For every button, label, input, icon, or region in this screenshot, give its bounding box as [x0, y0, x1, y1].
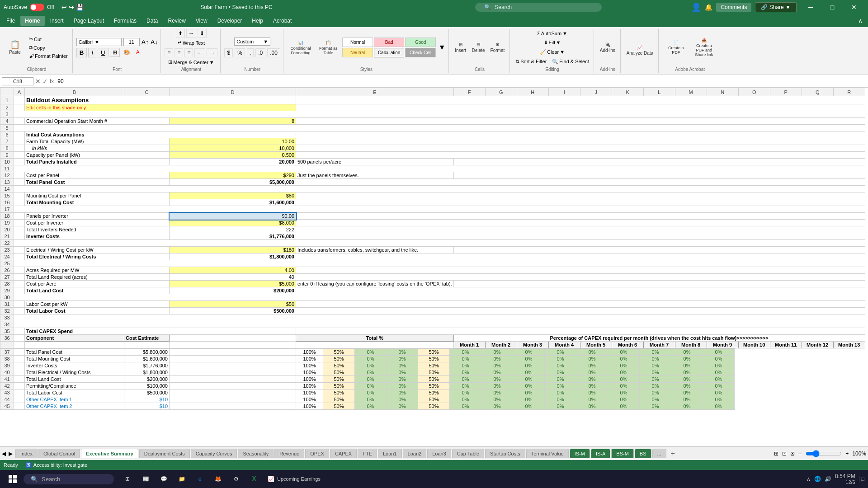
cell-m1-row37[interactable]: 50%: [323, 349, 355, 356]
menu-file[interactable]: File: [2, 16, 19, 26]
cell-m6-row42[interactable]: 0%: [481, 383, 513, 389]
cell-b4[interactable]: Commercial Operation Start Month #: [25, 118, 170, 125]
cell-b6[interactable]: Initial Cost Assumptions: [25, 131, 296, 138]
sheet-tab-index[interactable]: Index: [15, 449, 38, 458]
cell-b28[interactable]: Cost per Acre: [25, 281, 170, 287]
cell-d36b[interactable]: [170, 342, 296, 348]
cell-m11-row44[interactable]: 0%: [640, 396, 671, 403]
cell-b19[interactable]: Cost per Inverter: [25, 220, 170, 226]
cell-a32[interactable]: [14, 308, 25, 314]
cell-b9[interactable]: Capacity per Panel (kW): [25, 152, 170, 159]
cell-m7-row38[interactable]: 0%: [513, 356, 545, 362]
font-color-icon[interactable]: A: [134, 48, 142, 56]
cell-m6-row43[interactable]: 0%: [481, 389, 513, 396]
cell-a13[interactable]: [14, 179, 25, 186]
cell-m9-row43[interactable]: 0%: [576, 389, 608, 396]
row-header[interactable]: 16: [0, 199, 14, 206]
cell-d44[interactable]: [170, 396, 296, 403]
col-header-j[interactable]: J: [580, 88, 612, 96]
month7-header[interactable]: Month 7: [643, 342, 675, 348]
cell-m10-row37[interactable]: 0%: [608, 349, 640, 356]
row-header[interactable]: 21: [0, 233, 14, 240]
cell-d37[interactable]: [170, 349, 296, 356]
row-header[interactable]: 34: [0, 321, 14, 328]
col-header-f[interactable]: F: [453, 88, 485, 96]
cell-b16[interactable]: Total Mounting Cost: [25, 199, 170, 206]
cell-b32[interactable]: Total Labor Cost: [25, 308, 170, 314]
cell-row25[interactable]: [14, 260, 865, 267]
cell-m5-row39[interactable]: 0%: [450, 362, 481, 369]
cell-a37[interactable]: [14, 349, 25, 356]
cell-c32[interactable]: $500,000: [170, 308, 296, 314]
cell-d41[interactable]: [170, 376, 296, 383]
cell-b1[interactable]: Buildout Assumptions: [25, 96, 296, 104]
sheet-tab-bsm[interactable]: BS-M: [611, 449, 634, 458]
menu-view[interactable]: View: [191, 16, 212, 26]
style-bad[interactable]: Bad: [374, 38, 404, 47]
row-header[interactable]: 12: [0, 172, 14, 179]
cell-m11-row42[interactable]: 0%: [640, 383, 671, 389]
cell-m13-row38[interactable]: 0%: [703, 356, 735, 362]
menu-help[interactable]: Help: [247, 16, 268, 26]
underline-button[interactable]: U: [98, 48, 108, 57]
cell-m11-row43[interactable]: 0%: [640, 389, 671, 396]
cell-a9[interactable]: [14, 152, 25, 159]
cell-m6-row40[interactable]: 0%: [481, 369, 513, 376]
cell-a16[interactable]: [14, 199, 25, 206]
align-right-icon[interactable]: ≡: [184, 48, 193, 57]
month6-header[interactable]: Month 6: [612, 342, 643, 348]
sheet-tab-global[interactable]: Global Control: [38, 449, 80, 458]
merge-center-button[interactable]: ⊞ Merge & Center ▼: [166, 58, 216, 66]
cell-a43[interactable]: [14, 389, 25, 396]
cell-m8-row39[interactable]: 0%: [545, 362, 576, 369]
cell-m6-row39[interactable]: 0%: [481, 362, 513, 369]
col-header-m[interactable]: M: [675, 88, 707, 96]
share-btn[interactable]: 🔗 Share ▼: [755, 2, 797, 12]
cell-c13[interactable]: $5,800,000: [170, 179, 296, 186]
month3-header[interactable]: Month 3: [517, 342, 548, 348]
row-header[interactable]: 17: [0, 206, 14, 213]
row-header[interactable]: 3: [0, 111, 14, 118]
redo-icon[interactable]: ↪: [69, 4, 74, 11]
cell-m1-row44[interactable]: 50%: [323, 396, 355, 403]
row-header[interactable]: 36: [0, 335, 14, 342]
cell-m8-row38[interactable]: 0%: [545, 356, 576, 362]
cell-d13[interactable]: [296, 179, 865, 186]
cell-a27[interactable]: [14, 274, 25, 281]
cell-d24[interactable]: [296, 253, 865, 260]
cell-m2-row45[interactable]: 0%: [355, 403, 387, 410]
cell-c40[interactable]: $1,800,000: [124, 369, 170, 376]
cell-a8[interactable]: [14, 145, 25, 152]
cell-c39[interactable]: $1,776,000: [124, 362, 170, 369]
cell-c9[interactable]: 0.500: [170, 152, 296, 159]
cell-m4-row42[interactable]: 50%: [418, 383, 450, 389]
row-header[interactable]: 45: [0, 403, 14, 410]
cell-c43[interactable]: $500,000: [124, 389, 170, 396]
cell-row30[interactable]: [14, 294, 865, 301]
cell-d42[interactable]: [170, 383, 296, 389]
format-as-table-button[interactable]: 📋 Format asTable: [317, 39, 340, 56]
month1-header[interactable]: Month 1: [453, 342, 485, 348]
cell-m13-row41[interactable]: 0%: [703, 376, 735, 383]
cell-c28[interactable]: $5,000: [170, 281, 296, 287]
col-header-p[interactable]: P: [770, 88, 802, 96]
cell-m1-row43[interactable]: 50%: [323, 389, 355, 396]
cell-b35[interactable]: Total CAPEX Spend: [25, 328, 296, 335]
cell-m4-row40[interactable]: 50%: [418, 369, 450, 376]
cell-a31[interactable]: [14, 301, 25, 308]
cell-m11-row45[interactable]: 0%: [640, 403, 671, 410]
cell-d40[interactable]: [170, 369, 296, 376]
sheet-tab-ism[interactable]: IS-M: [570, 449, 590, 458]
month8-header[interactable]: Month 8: [675, 342, 707, 348]
row-header[interactable]: 37: [0, 349, 14, 356]
font-shrink-icon[interactable]: A↓: [151, 38, 158, 46]
cell-m7-row44[interactable]: 0%: [513, 396, 545, 403]
cell-a6[interactable]: [14, 131, 25, 138]
cell-d23[interactable]: Includes transformers, cables, switchgea…: [296, 247, 454, 253]
cell-m8-row44[interactable]: 0%: [545, 396, 576, 403]
cell-m3-row42[interactable]: 0%: [387, 383, 418, 389]
cell-a41[interactable]: [14, 376, 25, 383]
cell-e37[interactable]: 100%: [296, 349, 323, 356]
sheet-tab-bs[interactable]: BS: [635, 449, 651, 458]
cell-m6-row41[interactable]: 0%: [481, 376, 513, 383]
